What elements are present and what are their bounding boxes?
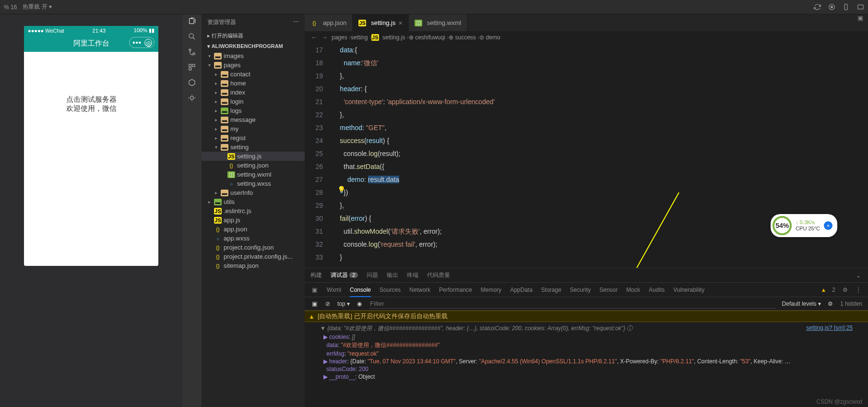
context-dropdown[interactable]: top ▾ [337,300,350,307]
screenshot-icon[interactable] [856,3,864,11]
file-item[interactable]: JSapp.js [202,215,305,225]
explorer-more-icon[interactable]: ⋯ [293,18,299,26]
log-line[interactable]: errMsg: "request:ok" [309,350,864,358]
devtool-console[interactable]: Console [350,287,371,297]
code-line[interactable]: success(result) { [329,134,868,147]
file-item[interactable]: JSsetting.js [202,152,305,161]
log-line[interactable]: data: "#欢迎使用，微信################" [309,341,864,350]
layout-icon[interactable]: ▣ [853,14,868,31]
code-line[interactable]: console.log(result); [329,147,868,160]
opened-editors-section[interactable]: ▸ 打开的编辑器 [202,30,305,41]
device-icon[interactable] [842,3,850,11]
panel-tab-problems[interactable]: 问题 [367,271,378,279]
lightbulb-icon[interactable]: 💡 [337,186,345,193]
nav-fwd-icon[interactable]: → [321,34,329,41]
file-item[interactable]: {}setting.json [202,161,305,170]
project-root[interactable]: ▾ ALIWORKBENCHPROGRAM [202,41,305,51]
editor-tab[interactable]: JSsetting.js× [353,14,409,31]
folder-item[interactable]: ▸▬regist [202,133,305,143]
devtool-appdata[interactable]: AppData [510,287,533,293]
devtool-storage[interactable]: Storage [541,287,561,293]
folder-item[interactable]: ▾▬images [202,51,305,60]
close-icon[interactable]: × [398,19,402,27]
code-line[interactable]: }) [329,186,868,199]
folder-item[interactable]: ▸▬message [202,115,305,124]
devtool-audits[interactable]: Audits [649,287,665,293]
clear-icon[interactable]: ⊘ [324,300,332,308]
log-line[interactable]: setting.js? [sm]:25▼ {data: "#欢迎使用，微信###… [309,324,864,333]
devtool-sources[interactable]: Sources [380,287,401,293]
devtool-performance[interactable]: Performance [439,287,472,293]
hot-reload-toggle[interactable]: 热重载 开 ▾ [23,3,52,11]
code-line[interactable]: }, [329,199,868,212]
file-item[interactable]: {}app.json [202,225,305,234]
code-line[interactable]: method: "GET", [329,121,868,134]
search-icon[interactable] [188,33,196,40]
nav-back-icon[interactable]: ← [310,34,318,41]
capsule-menu-icon[interactable]: ••• [131,38,143,47]
phone-page[interactable]: 点击测试服务器 欢迎使用，微信 [24,52,158,266]
panel-collapse-icon[interactable]: ⌄ [855,272,862,279]
extensions-icon[interactable] [188,63,196,71]
folder-item[interactable]: ▸▬contact [202,70,305,79]
code-line[interactable]: console.log('request fail', error); [329,238,868,251]
file-item[interactable]: {}project.private.config.js... [202,252,305,261]
folder-item[interactable]: ▾▬pages [202,60,305,70]
panel-tab-output[interactable]: 输出 [387,271,398,279]
log-line[interactable]: ▶ __proto__: Object [309,373,864,381]
file-item[interactable]: {}project.config.json [202,243,305,252]
sidebar-icon[interactable]: ▣ [310,300,318,308]
breadcrumb[interactable]: ← → pages ›setting ›JS setting.js ›⊕ ces… [305,31,868,44]
editor-tab[interactable]: ◫setting.wxml [409,14,468,31]
folder-item[interactable]: ▸▬login [202,97,305,106]
breadcrumb-item[interactable]: pages [332,34,347,41]
more-icon[interactable]: ⋮ [855,286,862,294]
devtool-mock[interactable]: Mock [626,287,640,293]
breadcrumb-item[interactable]: JS setting.js [371,34,405,41]
log-line[interactable]: ▶ header: {Date: "Tue, 07 Nov 2023 13:44… [309,358,864,365]
panel-tab-terminal[interactable]: 终端 [407,271,418,279]
gear-icon[interactable]: ⚙ [841,286,849,294]
capsule-button[interactable]: ••• ◎ [129,37,155,48]
levels-dropdown[interactable]: Default levels ▾ [782,300,821,307]
panel-tab-build[interactable]: 构建 [310,271,322,279]
breadcrumb-item[interactable]: ⊕ ceshifuwuqi [409,34,445,41]
inspect-icon[interactable]: ▣ [310,286,318,294]
eye-icon[interactable]: ◉ [356,300,363,308]
code-line[interactable]: }, [329,108,868,121]
capsule-close-icon[interactable]: ◎ [144,39,152,47]
file-item[interactable]: ◫setting.wxml [202,170,305,179]
devtool-memory[interactable]: Memory [481,287,501,293]
box-icon[interactable] [188,79,196,86]
files-icon[interactable] [188,17,196,25]
code-line[interactable]: }, [329,70,868,83]
git-icon[interactable] [188,48,196,56]
file-item[interactable]: JS.eslintrc.js [202,206,305,215]
breadcrumb-item[interactable]: setting [351,34,368,41]
code-line[interactable]: } [329,251,868,264]
folder-item[interactable]: ▸▬userInfo [202,188,305,197]
refresh-icon[interactable] [813,3,821,11]
perf-add-icon[interactable]: + [824,221,832,230]
file-item[interactable]: ⟐app.wxss [202,234,305,243]
log-source-link[interactable]: setting.js? [sm]:25 [806,324,853,331]
perf-widget[interactable]: 54% ↓ 0.3K/s CPU 25°C + [771,214,837,237]
devtool-network[interactable]: Network [409,287,430,293]
folder-item[interactable]: ▸▬utils [202,197,305,206]
breadcrumb-item[interactable]: ⊕ success [449,34,476,41]
code-line[interactable]: that.setData({ [329,160,868,173]
filter-input[interactable] [369,299,776,309]
code-line[interactable]: name:'微信' [329,57,868,70]
panel-tab-debugger[interactable]: 调试器 2 [331,271,358,279]
code-line[interactable]: 'content-type': 'application/x-www-form-… [329,96,868,108]
code-line[interactable]: header: { [329,83,868,96]
gear-icon-2[interactable]: ⚙ [827,300,834,308]
code-line[interactable]: data:{ [329,44,868,57]
log-line[interactable]: statusCode: 200 [309,365,864,373]
breadcrumb-item[interactable]: ⊘ demo [479,34,500,41]
console-output[interactable]: setting.js? [sm]:25▼ {data: "#欢迎使用，微信###… [305,322,868,407]
folder-item[interactable]: ▸▬home [202,79,305,88]
warning-icon[interactable]: ▲ [820,287,826,293]
editor-tab[interactable]: {}app.json [305,14,353,31]
devtool-sensor[interactable]: Sensor [599,287,618,293]
